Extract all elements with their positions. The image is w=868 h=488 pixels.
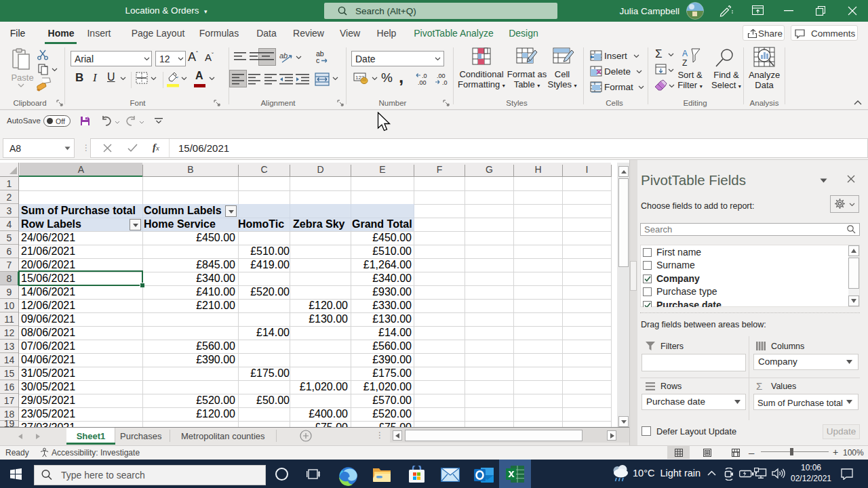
svg-text:.0: .0 xyxy=(442,79,448,85)
svg-text:.00: .00 xyxy=(418,79,427,85)
svg-text:Z: Z xyxy=(682,58,687,68)
svg-text:ab: ab xyxy=(279,52,288,60)
svg-text:.0: .0 xyxy=(422,73,427,79)
svg-text:A: A xyxy=(682,49,688,58)
svg-text:.00: .00 xyxy=(437,73,446,79)
svg-text:c: c xyxy=(316,56,319,64)
